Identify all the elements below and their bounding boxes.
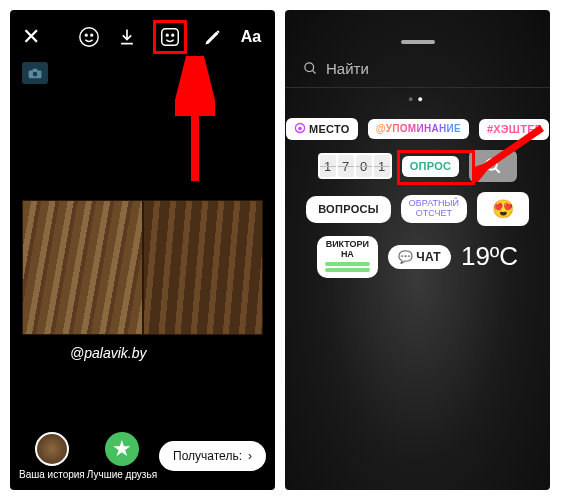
svg-point-1 bbox=[85, 34, 87, 36]
chat-bubble-icon: 💬 bbox=[398, 251, 413, 263]
sticker-drawer-screen: Найти ●● ⦿МЕСТО @УПОМИНАНИЕ #ХЭШТЕГ 1 7 … bbox=[285, 10, 550, 490]
chat-sticker[interactable]: 💬ЧАТ bbox=[388, 245, 451, 269]
time-sticker[interactable]: 1 7 0 1 bbox=[318, 153, 392, 179]
page-indicator: ●● bbox=[285, 88, 550, 108]
story-editor-screen: ✕ Aa @palavik.by В bbox=[10, 10, 275, 490]
recipient-button[interactable]: Получатель:› bbox=[159, 441, 266, 471]
temperature-sticker[interactable]: 19ºC bbox=[461, 241, 518, 272]
top-toolbar: ✕ Aa bbox=[10, 10, 275, 60]
your-story-button[interactable]: Ваша история bbox=[19, 432, 85, 480]
caption-mention[interactable]: @palavik.by bbox=[70, 345, 146, 361]
svg-rect-8 bbox=[33, 68, 38, 70]
emoji-slider-sticker[interactable]: 😍 bbox=[477, 192, 529, 226]
svg-line-11 bbox=[312, 70, 315, 73]
chevron-right-icon: › bbox=[248, 449, 252, 463]
svg-point-12 bbox=[487, 159, 498, 170]
pin-icon: ⦿ bbox=[294, 123, 306, 135]
search-icon bbox=[484, 157, 502, 175]
text-tool-icon[interactable]: Aa bbox=[239, 25, 263, 49]
mention-sticker[interactable]: @УПОМИНАНИЕ bbox=[368, 119, 469, 139]
story-media-preview[interactable] bbox=[22, 200, 263, 335]
svg-point-10 bbox=[305, 63, 314, 72]
bottom-bar: Ваша история ★ Лучшие друзья Получатель:… bbox=[10, 432, 275, 480]
draw-icon[interactable] bbox=[201, 25, 225, 49]
drawer-handle[interactable] bbox=[401, 40, 435, 44]
svg-point-4 bbox=[166, 34, 168, 36]
face-filter-icon[interactable] bbox=[77, 25, 101, 49]
svg-point-0 bbox=[80, 28, 98, 46]
hashtag-sticker[interactable]: #ХЭШТЕГ bbox=[479, 119, 549, 140]
svg-rect-3 bbox=[162, 29, 179, 46]
svg-point-2 bbox=[91, 34, 93, 36]
camera-roll-icon[interactable] bbox=[22, 62, 48, 84]
sticker-grid: ⦿МЕСТО @УПОМИНАНИЕ #ХЭШТЕГ 1 7 0 1 ОПРОС… bbox=[285, 108, 550, 288]
search-placeholder: Найти bbox=[326, 60, 369, 77]
download-icon[interactable] bbox=[115, 25, 139, 49]
quiz-sticker[interactable]: ВИКТОРИ НА bbox=[317, 236, 378, 278]
location-sticker[interactable]: ⦿МЕСТО bbox=[286, 118, 358, 140]
close-icon[interactable]: ✕ bbox=[22, 24, 40, 50]
stickers-icon[interactable] bbox=[153, 20, 187, 54]
sticker-search[interactable]: Найти bbox=[285, 56, 550, 88]
svg-point-5 bbox=[172, 34, 174, 36]
countdown-sticker[interactable]: ОБРАТНЫЙ ОТСЧЕТ bbox=[401, 195, 467, 223]
annotation-highlight-right bbox=[397, 150, 475, 185]
gif-search-sticker[interactable] bbox=[469, 150, 517, 182]
svg-line-13 bbox=[496, 168, 501, 173]
questions-sticker[interactable]: ВОПРОСЫ bbox=[306, 196, 391, 223]
close-friends-button[interactable]: ★ Лучшие друзья bbox=[87, 432, 157, 480]
search-icon bbox=[303, 61, 318, 76]
svg-point-7 bbox=[33, 71, 38, 76]
annotation-arrow-left bbox=[175, 56, 215, 186]
